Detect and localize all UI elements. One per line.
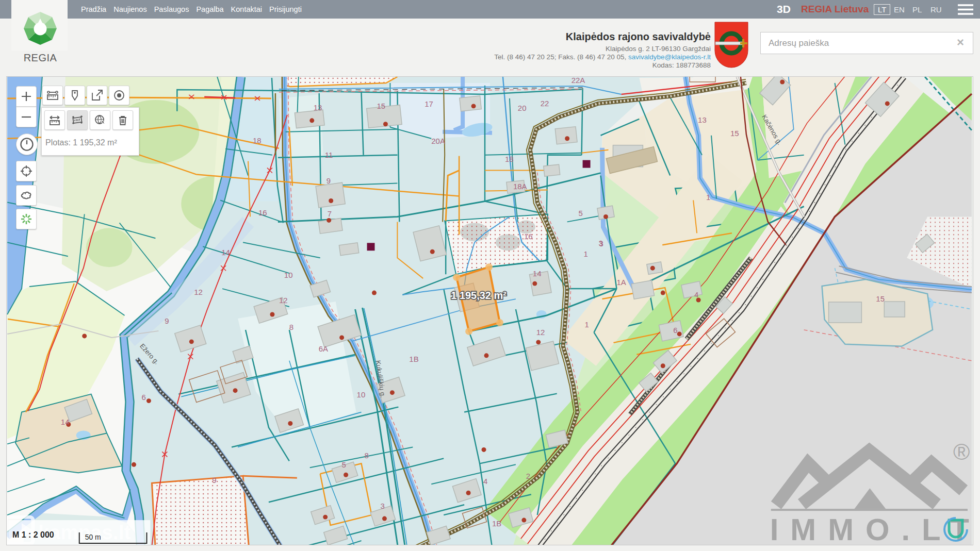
svg-text:1B: 1B — [409, 355, 418, 363]
svg-text:13: 13 — [698, 115, 707, 124]
svg-text:5: 5 — [342, 460, 346, 469]
svg-text:9: 9 — [165, 316, 169, 325]
svg-text:1: 1 — [584, 249, 588, 258]
svg-text:18A: 18A — [513, 182, 527, 191]
svg-text:®: ® — [953, 439, 970, 464]
svg-text:8: 8 — [365, 451, 369, 460]
svg-text:1 195,32 m²: 1 195,32 m² — [451, 290, 507, 301]
svg-text:7: 7 — [328, 209, 332, 218]
svg-text:6: 6 — [141, 393, 145, 402]
svg-text:2: 2 — [526, 472, 530, 480]
svg-text:10: 10 — [357, 390, 366, 399]
svg-text:4: 4 — [694, 290, 698, 299]
svg-text:M 1 : 2 000: M 1 : 2 000 — [12, 530, 54, 539]
svg-text:20A: 20A — [431, 137, 445, 145]
svg-text:15: 15 — [377, 102, 385, 110]
svg-text:12: 12 — [279, 296, 288, 305]
svg-text:8: 8 — [289, 323, 293, 331]
svg-text:22: 22 — [541, 99, 549, 108]
svg-text:1: 1 — [706, 193, 710, 202]
svg-text:13: 13 — [314, 103, 322, 112]
svg-text:17: 17 — [424, 99, 433, 108]
svg-text:3: 3 — [599, 239, 603, 247]
svg-text:16: 16 — [258, 208, 267, 217]
svg-text:4: 4 — [483, 477, 487, 486]
svg-text:50 m: 50 m — [85, 533, 101, 541]
svg-text:15: 15 — [730, 129, 739, 138]
svg-text:16: 16 — [524, 232, 533, 241]
svg-text:10: 10 — [284, 271, 293, 279]
svg-text:9: 9 — [212, 476, 216, 485]
svg-text:14: 14 — [221, 248, 230, 257]
svg-text:5: 5 — [579, 209, 583, 218]
svg-text:1B: 1B — [492, 519, 501, 528]
svg-text:3: 3 — [380, 502, 384, 510]
svg-text:1: 1 — [585, 320, 589, 329]
svg-text:12: 12 — [194, 288, 203, 296]
svg-text:18: 18 — [253, 136, 262, 145]
svg-text:IMMO.LT: IMMO.LT — [770, 512, 973, 545]
svg-text:1A: 1A — [616, 278, 626, 287]
svg-text:15: 15 — [876, 294, 885, 303]
svg-text:9: 9 — [326, 176, 331, 185]
svg-text:11: 11 — [325, 151, 333, 159]
svg-text:12: 12 — [536, 328, 545, 337]
svg-text:6: 6 — [673, 326, 677, 335]
svg-text:22A: 22A — [571, 76, 585, 85]
svg-text:18: 18 — [505, 155, 514, 163]
svg-text:14: 14 — [533, 269, 542, 278]
svg-text:14: 14 — [61, 418, 70, 426]
svg-text:6A: 6A — [319, 344, 328, 353]
svg-text:20: 20 — [518, 104, 527, 112]
